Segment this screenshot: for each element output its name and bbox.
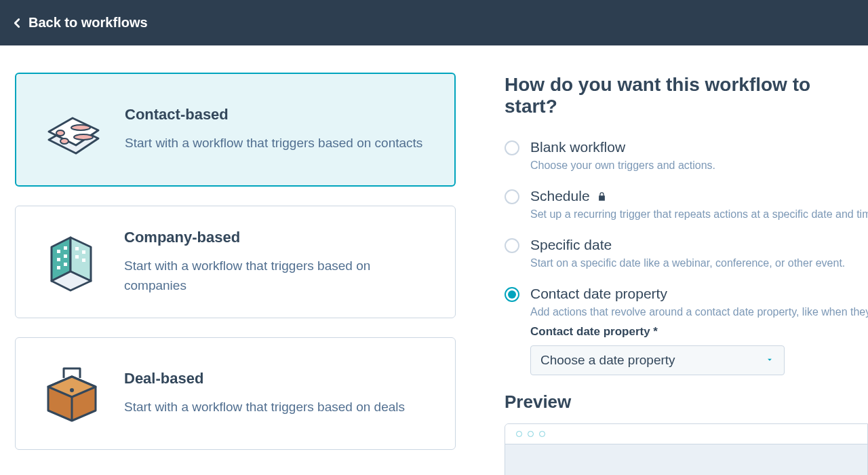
card-title: Company-based <box>124 229 436 246</box>
svg-rect-13 <box>82 259 85 262</box>
option-schedule[interactable]: Schedule Set up a recurring trigger that… <box>505 188 868 221</box>
panel-title: How do you want this workflow to start? <box>505 74 868 117</box>
option-desc: Set up a recurring trigger that repeats … <box>530 208 868 221</box>
svg-rect-12 <box>75 255 79 259</box>
radio[interactable] <box>505 189 519 204</box>
svg-rect-8 <box>57 266 60 269</box>
svg-rect-4 <box>57 250 60 253</box>
option-title: Blank workflow <box>530 139 868 155</box>
svg-rect-9 <box>64 263 67 266</box>
option-desc: Add actions that revolve around a contac… <box>530 306 868 318</box>
svg-rect-7 <box>64 254 67 258</box>
svg-point-2 <box>60 138 68 144</box>
svg-rect-6 <box>57 258 60 261</box>
option-desc: Start on a specific date like a webinar,… <box>530 257 868 269</box>
svg-rect-10 <box>75 247 79 250</box>
option-title: Specific date <box>530 237 868 253</box>
radio[interactable] <box>505 140 519 155</box>
option-contact-date-property[interactable]: Contact date property Add actions that r… <box>505 286 868 375</box>
card-contact-based[interactable]: Contact-based Start with a workflow that… <box>15 73 456 187</box>
workflow-type-list[interactable]: Contact-based Start with a workflow that… <box>0 45 471 475</box>
window-dot-icon <box>539 431 545 437</box>
radio[interactable] <box>505 238 519 253</box>
preview-box <box>505 423 868 475</box>
option-title: Contact date property <box>530 286 868 302</box>
preview-title: Preview <box>505 392 868 413</box>
date-property-label: Contact date property * <box>530 325 868 339</box>
radio[interactable] <box>505 287 519 302</box>
lock-icon <box>597 191 607 202</box>
topbar: Back to workflows <box>0 0 868 45</box>
date-property-select[interactable]: Choose a date property <box>530 345 785 375</box>
svg-point-14 <box>70 388 74 392</box>
svg-point-1 <box>71 125 90 130</box>
chevron-left-icon <box>9 16 24 31</box>
company-illustration-icon <box>35 228 109 296</box>
card-desc: Start with a workflow that triggers base… <box>124 397 436 417</box>
window-dot-icon <box>528 431 534 437</box>
card-desc: Start with a workflow that triggers base… <box>125 133 435 153</box>
window-dot-icon <box>516 431 522 437</box>
svg-point-3 <box>74 134 93 140</box>
deal-illustration-icon <box>35 360 109 428</box>
card-title: Deal-based <box>124 370 436 387</box>
preview-window-controls <box>505 424 867 444</box>
svg-point-0 <box>56 130 64 136</box>
card-desc: Start with a workflow that triggers base… <box>124 256 436 296</box>
contact-illustration-icon <box>35 96 110 164</box>
card-company-based[interactable]: Company-based Start with a workflow that… <box>15 206 456 318</box>
back-label: Back to workflows <box>28 15 148 31</box>
svg-rect-5 <box>64 246 67 250</box>
workflow-start-panel: How do you want this workflow to start? … <box>471 45 868 475</box>
card-deal-based[interactable]: Deal-based Start with a workflow that tr… <box>15 337 456 450</box>
caret-down-icon <box>765 353 774 368</box>
back-to-workflows-link[interactable]: Back to workflows <box>9 15 148 31</box>
select-placeholder: Choose a date property <box>540 353 675 367</box>
option-title: Schedule <box>530 188 868 204</box>
card-title: Contact-based <box>125 106 435 124</box>
svg-rect-11 <box>82 250 85 254</box>
option-specific-date[interactable]: Specific date Start on a specific date l… <box>505 237 868 269</box>
option-blank-workflow[interactable]: Blank workflow Choose your own triggers … <box>505 139 868 172</box>
option-desc: Choose your own triggers and actions. <box>530 159 868 172</box>
